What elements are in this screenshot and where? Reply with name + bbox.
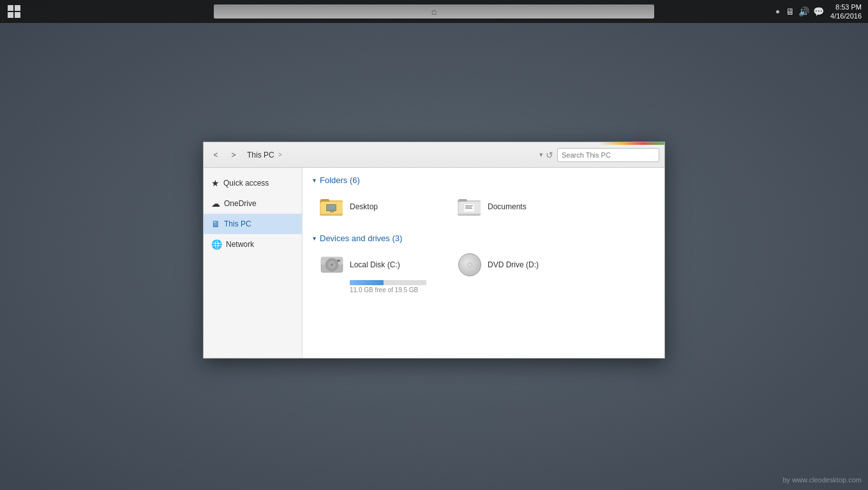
folders-section-header[interactable]: ▾ Folders (6) — [313, 175, 654, 185]
devices-section-header[interactable]: ▾ Devices and drives (3) — [313, 234, 654, 243]
forward-button[interactable]: > — [227, 148, 241, 162]
content-area: ▾ Folders (6) — [303, 168, 664, 358]
breadcrumb-separator: > — [278, 151, 282, 158]
drive-d-top: DVD Drive (D:) — [457, 252, 577, 278]
dvd-disc-shape — [458, 253, 481, 276]
search-input[interactable] — [557, 148, 659, 162]
taskbar-address-bar[interactable]: ⌂ — [214, 4, 654, 19]
sidebar-label-this-pc: This PC — [224, 219, 251, 228]
folders-chevron-icon: ▾ — [313, 177, 316, 184]
speaker-icon: 🔊 — [798, 6, 809, 17]
sidebar-item-quick-access[interactable]: ★ Quick access — [204, 173, 302, 193]
cloud-icon: ☁ — [211, 198, 220, 209]
drive-d-name: DVD Drive (D:) — [488, 260, 539, 269]
start-button[interactable] — [5, 3, 23, 20]
home-icon: ⌂ — [431, 6, 437, 17]
devices-grid: Local Disk (C:) 11.0 GB free of 19.5 GB — [313, 249, 654, 296]
clock: 8:53 PM 4/16/2016 — [830, 3, 862, 21]
folder-desktop-info: Desktop — [350, 202, 378, 211]
folder-desktop-name: Desktop — [350, 202, 378, 211]
folders-grid: Desktop — [313, 191, 654, 222]
breadcrumb: This PC > — [244, 149, 535, 161]
folder-desktop-icon — [319, 194, 345, 219]
svg-rect-15 — [465, 207, 472, 207]
drive-c-info: Local Disk (C:) — [350, 260, 400, 269]
svg-rect-22 — [337, 260, 340, 262]
nav-dropdown-icon[interactable]: ▾ — [539, 151, 543, 159]
explorer-window: < > This PC > ▾ ↺ ★ Quick access ☁ OneDr… — [203, 142, 665, 359]
sidebar-item-onedrive[interactable]: ☁ OneDrive — [204, 193, 302, 214]
drive-c-space: 11.0 GB free of 19.5 GB — [350, 286, 439, 293]
back-button[interactable]: < — [209, 148, 223, 162]
tray-icons: 🖥 🔊 💬 — [786, 6, 824, 17]
sidebar-label-onedrive: OneDrive — [224, 199, 257, 208]
svg-rect-14 — [465, 205, 473, 206]
taskbar-right: 🖥 🔊 💬 8:53 PM 4/16/2016 — [776, 3, 868, 21]
drive-d[interactable]: DVD Drive (D:) — [453, 249, 581, 296]
svg-rect-6 — [327, 205, 336, 210]
svg-point-21 — [331, 264, 333, 266]
breadcrumb-thispc[interactable]: This PC — [244, 149, 277, 161]
svg-rect-7 — [330, 211, 334, 212]
message-icon: 💬 — [813, 6, 824, 17]
sidebar-item-network[interactable]: 🌐 Network — [204, 234, 302, 255]
dvd-d-icon — [457, 252, 483, 278]
nav-controls: ▾ ↺ — [539, 150, 553, 160]
watermark: by www.cleodesktop.com — [783, 476, 862, 484]
taskbar-center: ⌂ — [214, 4, 654, 19]
sidebar-label-quick-access: Quick access — [223, 179, 269, 188]
drive-c-bar-bg — [350, 280, 426, 285]
network-icon: 🌐 — [211, 239, 222, 249]
drive-c-bar-fill — [350, 280, 384, 285]
folder-documents[interactable]: Documents — [453, 191, 581, 222]
clock-date: 4/16/2016 — [830, 11, 862, 20]
sidebar-item-this-pc[interactable]: 🖥 This PC — [204, 214, 302, 234]
drive-c-bar-container: 11.0 GB free of 19.5 GB — [350, 280, 439, 293]
tray-indicator — [776, 10, 779, 13]
nav-bar: < > This PC > ▾ ↺ — [204, 142, 664, 168]
devices-title: Devices and drives (3) — [320, 234, 402, 243]
taskbar: ⌂ 🖥 🔊 💬 8:53 PM 4/16/2016 — [0, 0, 868, 23]
drive-c-name: Local Disk (C:) — [350, 260, 400, 269]
titlebar-accent — [601, 142, 664, 145]
monitor-icon: 🖥 — [786, 6, 795, 17]
folder-documents-name: Documents — [488, 202, 527, 211]
drive-c[interactable]: Local Disk (C:) 11.0 GB free of 19.5 GB — [315, 249, 443, 296]
folder-desktop[interactable]: Desktop — [315, 191, 443, 222]
sidebar: ★ Quick access ☁ OneDrive 🖥 This PC 🌐 Ne… — [204, 168, 303, 358]
star-icon: ★ — [211, 178, 220, 188]
folder-documents-icon — [457, 194, 483, 219]
devices-chevron-icon: ▾ — [313, 235, 316, 242]
clock-time: 8:53 PM — [830, 3, 862, 11]
svg-rect-16 — [465, 208, 472, 209]
nav-refresh-icon[interactable]: ↺ — [546, 150, 553, 160]
drive-d-info: DVD Drive (D:) — [488, 260, 539, 269]
hdd-c-icon — [319, 252, 345, 278]
explorer-body: ★ Quick access ☁ OneDrive 🖥 This PC 🌐 Ne… — [204, 168, 664, 358]
folder-documents-info: Documents — [488, 202, 527, 211]
folders-title: Folders (6) — [320, 175, 360, 185]
sidebar-label-network: Network — [226, 240, 254, 249]
dvd-hole — [467, 262, 472, 267]
system-tray — [776, 10, 779, 13]
windows-icon — [8, 5, 20, 18]
taskbar-left — [0, 3, 23, 20]
computer-icon: 🖥 — [211, 219, 220, 229]
drive-c-top: Local Disk (C:) — [319, 252, 439, 278]
